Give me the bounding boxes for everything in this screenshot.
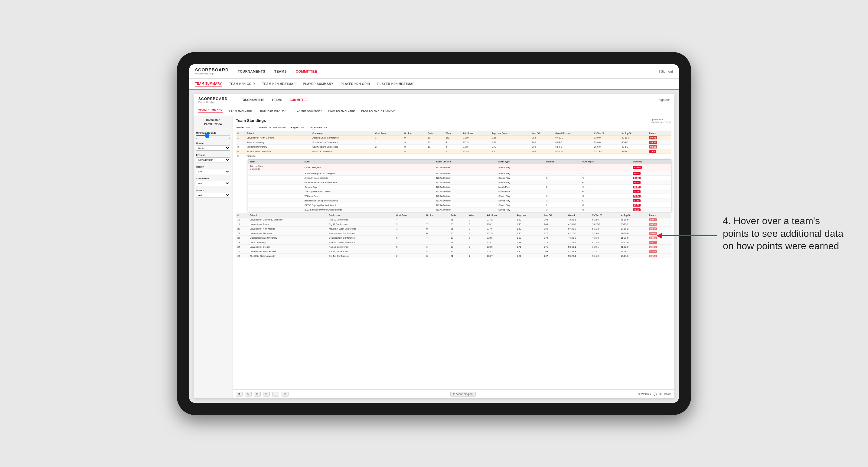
tooltip-cell-event: Williams Cup [303, 194, 435, 198]
cell-vs50: 12-18-1 [619, 249, 648, 254]
tooltip-cell-team [248, 208, 303, 212]
tooltip-cell-rank-impact: +0 [580, 208, 631, 212]
cell-vs50: 11-23-0 [619, 236, 648, 240]
tooltip-cell-type: Stroke Play [497, 176, 545, 180]
cell-wins: 2 [468, 226, 486, 231]
cell-rnds: 21 [449, 217, 468, 222]
logo-area: SCOREBOARD Powered by clipp [195, 67, 229, 75]
zoom-fit-button[interactable]: ⊞ [254, 392, 261, 397]
cell-overall [554, 154, 592, 158]
cell-points[interactable]: 83.07 [648, 217, 672, 222]
cell-rnds: 10 [427, 135, 444, 140]
tooltip-cell-event: 2023 Sahalee Players Championship [303, 208, 435, 212]
school-select[interactable]: (All) [196, 193, 230, 198]
nav-committee[interactable]: COMMITTEE [296, 68, 317, 74]
inner-subnav-player-h2h-heatmap[interactable]: PLAYER H2H HEATMAP [361, 109, 395, 112]
undo-button[interactable]: ↺ [236, 392, 243, 397]
cell-overall: 73-21-1 [567, 217, 591, 222]
cell-school: Auburn University [245, 140, 311, 145]
tooltip-col-division: Event Division [435, 160, 497, 164]
cell-vs25: 6-12-0 [591, 217, 619, 222]
tooltip-cell-w-points: 42.73 [631, 185, 671, 189]
inner-nav-teams[interactable]: TEAMS [272, 98, 282, 102]
subnav-player-h2h-heatmap[interactable]: PLAYER H2H HEATMAP [377, 81, 415, 87]
cell-points[interactable]: 83.89 [648, 249, 672, 254]
division-select[interactable]: NCAA Division I NCAA Division II All [196, 157, 230, 162]
cell-vs50: 29-27-2 [619, 222, 648, 226]
cell-points[interactable] [648, 154, 672, 158]
tooltip-cell-event: Copper Cup [303, 185, 435, 189]
cell-vs25: 29-4-0 [592, 140, 620, 145]
cell-avg-low: 1.22 [515, 254, 542, 258]
cell-rnds: 21 [449, 226, 468, 231]
cell-adj-score: 278.1 [486, 240, 515, 245]
tooltip-cell-type: Stroke Play [497, 198, 545, 203]
subnav-player-summary[interactable]: PLAYER SUMMARY [303, 81, 333, 87]
cell-points[interactable]: 90.20 [648, 145, 672, 149]
sign-out-button[interactable]: | Sign out [659, 69, 673, 73]
cell-points[interactable]: 88.70 [648, 222, 672, 226]
subnav-team-h2h-grid[interactable]: TEAM H2H GRID [229, 81, 255, 87]
inner-sign-out[interactable]: Sign out [658, 98, 670, 102]
cell-overall: 46-29-0 [567, 236, 591, 240]
cell-vs25: 4-16-0 [591, 236, 619, 240]
subnav-team-h2h-heatmap[interactable]: TEAM H2H HEATMAP [262, 81, 296, 87]
crop-button[interactable]: ⊡ [263, 392, 270, 397]
grid-button[interactable]: ⊞ [659, 393, 662, 396]
cell-vs50: 19-21-0 [619, 254, 648, 258]
col-rank: # [236, 131, 245, 135]
timer-button[interactable]: ⏱ [282, 392, 288, 397]
filter-min-rounds: Minimum Rounds 0 3 [196, 131, 230, 139]
cell-wins: 1 [468, 240, 486, 245]
more-button[interactable]: ⋯ [272, 392, 279, 397]
cell-no-tour: 7 [425, 217, 449, 222]
watch-button[interactable]: 👁 Watch ▾ [638, 393, 651, 396]
gender-filter-label: Gender: [236, 126, 245, 129]
inner-subnav-team-h2h-heatmap[interactable]: TEAM H2H HEATMAP [258, 109, 288, 112]
inner-subnav-team-h2h-grid[interactable]: TEAM H2H GRID [229, 109, 252, 112]
cell-points[interactable]: 79.5 [648, 149, 672, 154]
inner-nav-committee[interactable]: COMMITTEE [289, 98, 308, 102]
view-original-button[interactable]: ⊞ View: Original [450, 392, 476, 397]
cell-school: University of California, Berkeley [248, 217, 328, 222]
redo-button[interactable]: ↻ [245, 392, 252, 397]
share-button[interactable]: Share [664, 393, 672, 396]
app-container: SCOREBOARD Powered by clipp TOURNAMENTS … [193, 94, 675, 398]
cell-points[interactable]: 93.31 [648, 140, 672, 145]
conference-select[interactable]: (All) ACC SEC [196, 181, 230, 186]
region-select[interactable]: N/A Northeast Southeast All [196, 169, 230, 174]
gender-select[interactable]: Men's Women's All [196, 146, 230, 151]
filter-school-label: School [196, 189, 230, 192]
inner-subnav-player-h2h-grid[interactable]: PLAYER H2H GRID [328, 109, 355, 112]
region-filter-display: Region: All [291, 126, 304, 129]
subnav-player-h2h-grid[interactable]: PLAYER H2H GRID [341, 81, 370, 87]
col-rnds: Rnds [427, 131, 444, 135]
tooltip-cell-rank-impact: +1 [580, 176, 631, 180]
nav-tournaments[interactable]: TOURNAMENTS [238, 68, 265, 74]
main-content: SCOREBOARD Powered by clipp TOURNAMENTS … [189, 90, 679, 403]
min-rounds-slider[interactable] [196, 135, 230, 136]
filter-division: Division NCAA Division I NCAA Division I… [196, 154, 230, 162]
nav-teams[interactable]: TEAMS [274, 68, 287, 74]
region-filter-label: Region: [291, 126, 300, 129]
tooltip-cell-rounds: 3 [545, 198, 580, 203]
inner-subnav-player-summary[interactable]: PLAYER SUMMARY [294, 109, 322, 112]
cell-rank: 26 [236, 254, 248, 258]
inner-subnav-team-summary[interactable]: TEAM SUMMARY [198, 108, 223, 113]
cell-school: Arizona State University [245, 149, 311, 154]
cell-points[interactable]: 97.02 [648, 135, 672, 140]
cell-adj-score: 278.0 [486, 245, 515, 249]
cell-overall: 97-23-2 [567, 226, 591, 231]
filter-region-label: Region [196, 165, 230, 168]
comment-button[interactable]: 💬 [654, 393, 657, 396]
cell-low-sg: 266 [542, 222, 567, 226]
footer-right: 👁 Watch ▾ 💬 ⊞ Share [638, 393, 672, 396]
cell-points[interactable]: 88.54 [648, 245, 672, 249]
inner-nav-tournaments[interactable]: TOURNAMENTS [241, 98, 265, 102]
cell-points[interactable]: 83.94 [648, 254, 672, 258]
col-low-sg: Low SG [530, 131, 554, 135]
subnav-team-summary[interactable]: TEAM SUMMARY [195, 81, 222, 87]
cell-low-sg: 269 [530, 145, 554, 149]
cell-low-sg: 271 [542, 245, 567, 249]
cell-low-sg [530, 154, 554, 158]
